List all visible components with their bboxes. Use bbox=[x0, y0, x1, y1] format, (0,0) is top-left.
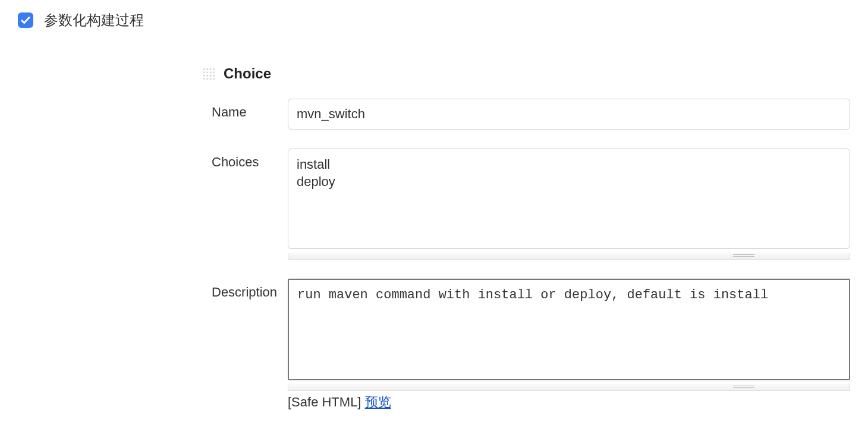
svg-point-4 bbox=[203, 71, 205, 73]
name-label: Name bbox=[202, 99, 288, 130]
svg-point-5 bbox=[206, 71, 208, 73]
choices-resize-handle[interactable] bbox=[288, 253, 850, 260]
parametrized-build-label: 参数化构建过程 bbox=[44, 11, 144, 30]
svg-point-0 bbox=[203, 68, 205, 70]
preview-link[interactable]: 预览 bbox=[365, 395, 391, 409]
name-input[interactable] bbox=[288, 99, 850, 130]
parametrized-build-checkbox[interactable] bbox=[18, 12, 33, 28]
drag-handle-icon[interactable] bbox=[202, 67, 215, 80]
svg-point-14 bbox=[210, 78, 212, 80]
description-label: Description bbox=[202, 279, 288, 411]
svg-point-7 bbox=[213, 71, 215, 73]
svg-point-2 bbox=[210, 68, 212, 70]
choices-label: Choices bbox=[202, 149, 288, 260]
description-textarea[interactable] bbox=[288, 279, 850, 380]
svg-point-15 bbox=[213, 78, 215, 80]
svg-point-8 bbox=[203, 75, 205, 77]
svg-point-10 bbox=[210, 75, 212, 77]
svg-point-3 bbox=[213, 68, 215, 70]
description-resize-handle[interactable] bbox=[288, 384, 850, 391]
safe-html-label: [Safe HTML] bbox=[288, 395, 361, 409]
svg-point-1 bbox=[206, 68, 208, 70]
svg-point-6 bbox=[210, 71, 212, 73]
svg-point-13 bbox=[206, 78, 208, 80]
section-title: Choice bbox=[224, 65, 271, 82]
choices-textarea[interactable] bbox=[288, 149, 850, 249]
svg-point-9 bbox=[206, 75, 208, 77]
svg-point-11 bbox=[213, 75, 215, 77]
svg-point-12 bbox=[203, 78, 205, 80]
